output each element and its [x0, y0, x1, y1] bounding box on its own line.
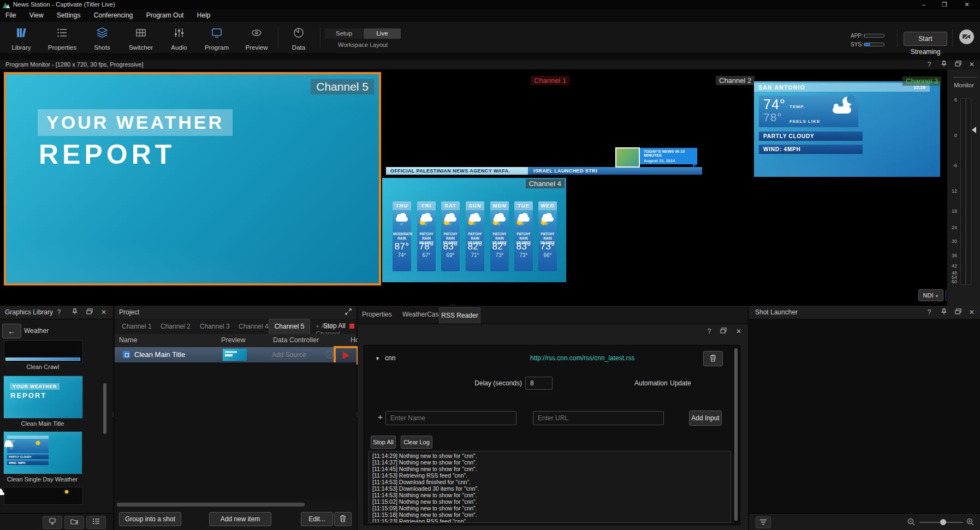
check-circle-icon[interactable] [325, 350, 334, 359]
group-into-shot-button[interactable]: Group into a shot [119, 512, 181, 526]
menu-settings[interactable]: Settings [51, 10, 86, 21]
menu-view[interactable]: View [24, 10, 49, 21]
library-item-clean-main-title[interactable]: YOUR WEATHER REPORT [3, 376, 83, 419]
project-header[interactable]: Project [115, 306, 357, 319]
table-row[interactable]: Clean Main Title Add Source [115, 347, 357, 362]
channel3-preview[interactable]: SAN ANTONIO 13:20 74° TEMP. 78° FEELS LI… [754, 81, 940, 177]
horizontal-splitter-handle[interactable]: ⋯ [450, 302, 456, 308]
float-icon[interactable] [954, 61, 963, 69]
help-icon[interactable]: ? [925, 308, 934, 317]
library-item-clean-crawl[interactable] [4, 340, 83, 363]
rss-log[interactable]: [11:14:29] Nothing new to show for "cnn"… [369, 451, 731, 523]
stop-all-button[interactable]: Stop All [371, 436, 396, 449]
edit-button[interactable]: Edit... [301, 512, 333, 526]
vertical-splitter-handle[interactable]: ⋯ [110, 412, 116, 418]
add-source-link[interactable]: Add Source [272, 351, 306, 359]
close-icon[interactable]: ✕ [734, 327, 743, 336]
add-new-item-button[interactable]: Add new item [209, 512, 271, 526]
filter-button[interactable] [756, 516, 771, 528]
library-button[interactable]: Library [4, 25, 38, 51]
avatar[interactable] [959, 29, 974, 44]
rss-scrollbar[interactable] [734, 348, 738, 521]
float-icon[interactable] [719, 327, 728, 336]
zoom-out-icon[interactable] [907, 518, 915, 526]
project-horizontal-scrollbar[interactable] [117, 503, 305, 507]
feed-expander-chevron[interactable]: ▼ [375, 356, 380, 361]
library-scrollbar[interactable] [103, 383, 106, 434]
add-feed-plus[interactable]: + [378, 412, 383, 421]
thumbnail-zoom-handle[interactable] [940, 519, 946, 525]
stop-all-overlay-button[interactable]: Stop All [323, 322, 346, 330]
pin-icon[interactable] [940, 308, 948, 317]
news-card[interactable]: TODAY'S NEWS IN 10 MINUTES August 23, 20… [615, 147, 697, 166]
volume-slider-handle[interactable] [972, 127, 976, 133]
title-bar: News Station - Captivate (Titler Live) –… [0, 0, 980, 10]
tab-channel-2[interactable]: Channel 2 [161, 323, 191, 330]
tab-rss-reader-active[interactable]: RSS Reader [439, 307, 480, 324]
channel5-preview[interactable]: Channel 5 YOUR WEATHER REPORT [4, 72, 381, 285]
audio-button[interactable]: Audio [162, 25, 196, 51]
feed-name-input[interactable] [385, 411, 516, 425]
automation-link[interactable]: Automation [634, 379, 668, 387]
close-icon[interactable]: ✕ [99, 308, 108, 317]
delay-input[interactable] [525, 377, 553, 390]
graphics-library-header[interactable]: Graphics Library ? ✕ [0, 306, 113, 319]
start-streaming-button[interactable]: Start Streaming [904, 32, 947, 46]
pin-icon[interactable] [940, 61, 948, 69]
column-name[interactable]: Name [119, 336, 137, 344]
clear-log-button[interactable]: Clear Log [401, 436, 432, 449]
data-button[interactable]: Data [282, 25, 316, 51]
program-monitor-header[interactable]: Program Monitor - [1280 x 720, 30 fps, P… [0, 60, 980, 70]
minimize-button[interactable]: – [916, 0, 932, 10]
pin-icon[interactable] [70, 308, 79, 317]
workspace-setup-button[interactable]: Setup [325, 28, 363, 39]
properties-button[interactable]: Properties [45, 25, 79, 51]
add-input-button[interactable]: Add Input [689, 410, 722, 426]
help-icon[interactable]: ? [925, 61, 934, 69]
library-item-clean-single-day[interactable]: -6° -8° PARTLY CLOUDY WIND: 4MPH [3, 431, 82, 474]
shot-launcher-header[interactable]: Shot Launcher ? ✕ [749, 306, 980, 319]
back-button[interactable]: ← [2, 324, 21, 338]
switcher-button[interactable]: Switcher [124, 25, 158, 51]
workspace-live-button[interactable]: Live [364, 28, 401, 39]
menu-help[interactable]: Help [192, 10, 216, 21]
tab-channel-5-active[interactable]: Channel 5 [269, 319, 310, 334]
maximize-button[interactable]: ❐ [936, 0, 953, 10]
tab-properties[interactable]: Properties [362, 311, 392, 318]
library-category-label: Weather [24, 327, 49, 335]
vertical-splitter-handle[interactable]: ⋯ [354, 412, 360, 418]
help-icon[interactable]: ? [705, 327, 714, 336]
channel4-preview[interactable]: Channel 4 THU ⁄⁄ MODERATE RAIN 87° 74° F… [382, 178, 566, 282]
close-icon[interactable]: ✕ [967, 308, 976, 317]
feed-url-input[interactable] [533, 411, 664, 425]
list-view-button[interactable] [86, 516, 106, 529]
play-button-highlighted[interactable] [334, 346, 359, 365]
help-icon[interactable]: ? [55, 308, 63, 317]
publish-button[interactable] [43, 516, 62, 529]
close-icon[interactable]: ✕ [967, 61, 976, 69]
preview-button[interactable]: Preview [240, 25, 274, 51]
feed-url-link[interactable]: http://rss.cnn.com/rss/cnn_latest.rss [530, 354, 634, 362]
menu-conferencing[interactable]: Conferencing [88, 10, 138, 21]
add-folder-button[interactable] [64, 516, 84, 529]
column-data-controller[interactable]: Data Controller [273, 336, 319, 344]
collapse-icon[interactable] [344, 308, 353, 317]
zoom-in-icon[interactable] [966, 518, 974, 526]
program-button[interactable]: Program [200, 25, 234, 51]
library-item-partial[interactable] [4, 487, 83, 505]
delete-item-button[interactable] [334, 512, 352, 526]
tab-channel-3[interactable]: Channel 3 [200, 323, 230, 330]
column-preview[interactable]: Preview [221, 336, 245, 344]
ndi-output-dropdown[interactable]: NDI ▼ [918, 289, 943, 301]
delete-feed-button[interactable] [703, 351, 723, 366]
float-icon[interactable] [954, 308, 963, 317]
shots-button[interactable]: Shots [85, 25, 119, 51]
float-icon[interactable] [85, 308, 94, 317]
update-link[interactable]: Update [670, 379, 691, 387]
tab-channel-1[interactable]: Channel 1 [122, 323, 152, 330]
menu-program-out[interactable]: Program Out [141, 10, 189, 21]
tab-channel-4[interactable]: Channel 4 [239, 323, 269, 330]
close-button[interactable]: ✕ [959, 0, 975, 10]
tab-weathercast[interactable]: WeatherCast [402, 311, 441, 318]
menu-file[interactable]: File [0, 10, 21, 21]
